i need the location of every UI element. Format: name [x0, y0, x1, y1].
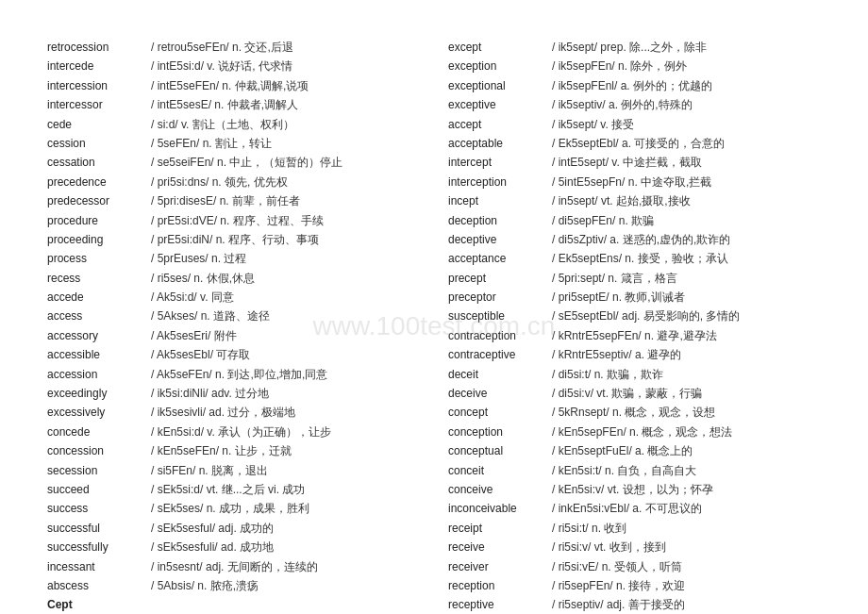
entry-word: exceedingly	[47, 384, 151, 403]
entry-word: precedence	[47, 173, 151, 191]
entry-word: intercede	[47, 57, 151, 75]
entry-definition: / 5kRnsept/ n. 概念，观念，设想	[552, 403, 821, 422]
list-item: succeed/ sEk5si:d/ vt. 继...之后 vi. 成功	[47, 480, 420, 499]
entry-definition: / kEn5septFuEl/ a. 概念上的	[552, 441, 821, 460]
entry-word: deception	[448, 211, 552, 230]
entry-word: predecessor	[47, 191, 151, 210]
entry-word: incessant	[47, 557, 151, 576]
entry-word: success	[47, 499, 151, 518]
list-item: deceive/ di5si:v/ vt. 欺骗，蒙蔽，行骗	[448, 384, 821, 403]
list-item: cede/ si:d/ v. 割让（土地、权利）	[47, 115, 420, 134]
left-column: retrocession/ retrou5seFEn/ n. 交还,后退inte…	[47, 38, 420, 614]
list-item: deceit/ di5si:t/ n. 欺骗，欺诈	[448, 365, 821, 384]
list-item: conceit/ kEn5si:t/ n. 自负，自高自大	[448, 461, 821, 480]
entry-word: contraception	[448, 326, 552, 345]
main-content: retrocession/ retrou5seFEn/ n. 交还,后退inte…	[47, 38, 821, 614]
list-item: precept/ 5pri:sept/ n. 箴言，格言	[448, 269, 821, 288]
entry-definition: / di5si:v/ vt. 欺骗，蒙蔽，行骗	[552, 384, 821, 403]
entry-definition: / ik5sesivli/ ad. 过分，极端地	[151, 403, 420, 422]
list-item: exception/ ik5sepFEn/ n. 除外，例外	[448, 57, 821, 75]
entry-definition: / sEk5sesful/ adj. 成功的	[151, 519, 420, 538]
list-item: incept/ in5sept/ vt. 起始,摄取,接收	[448, 191, 821, 210]
list-item: exceptive/ ik5septiv/ a. 例外的,特殊的	[448, 95, 821, 114]
entry-definition: / 5prEuses/ n. 过程	[151, 249, 420, 268]
entry-word: intercession	[47, 76, 151, 95]
entry-definition: / kRntrE5sepFEn/ n. 避孕,避孕法	[552, 326, 821, 345]
list-item: accept/ ik5sept/ v. 接受	[448, 115, 821, 134]
entry-word: procedure	[47, 211, 151, 230]
list-item: deception/ di5sepFEn/ n. 欺骗	[448, 211, 821, 230]
entry-word: intercessor	[47, 95, 151, 114]
entry-word: incept	[448, 191, 552, 210]
entry-definition: / Ek5septEns/ n. 接受，验收；承认	[552, 249, 821, 268]
list-item: contraceptive/ kRntrE5septiv/ a. 避孕的	[448, 345, 821, 364]
list-item: precedence/ pri5si:dns/ n. 领先, 优先权	[47, 173, 420, 191]
entry-word: receptive	[448, 595, 552, 614]
entry-definition: / prE5si:dVE/ n. 程序、过程、手续	[151, 211, 420, 230]
entry-word: intercept	[448, 153, 552, 172]
list-item: process/ 5prEuses/ n. 过程	[47, 249, 420, 268]
entry-word: conceit	[448, 461, 552, 480]
list-item: preceptor/ pri5septE/ n. 教师,训诫者	[448, 288, 821, 307]
entry-word: accession	[47, 365, 151, 384]
list-item: cession/ 5seFEn/ n. 割让，转让	[47, 134, 420, 153]
entry-definition: / kEn5sepFEn/ n. 概念，观念，想法	[552, 423, 821, 441]
entry-word: deceit	[448, 365, 552, 384]
entry-definition: / ik5sepFEn/ n. 除外，例外	[552, 57, 821, 75]
entry-word: cede	[47, 115, 151, 134]
entry-word: receiver	[448, 557, 552, 576]
entry-word: except	[448, 38, 552, 57]
entry-word: preceptor	[448, 288, 552, 307]
entry-word: excessively	[47, 403, 151, 422]
entry-definition: / Ak5sesEri/ 附件	[151, 326, 420, 345]
list-item: concede/ kEn5si:d/ v. 承认（为正确），让步	[47, 423, 420, 441]
entry-word: inconceivable	[448, 499, 552, 518]
entry-word: cession	[47, 134, 151, 153]
entry-definition: / ri5septiv/ adj. 善于接受的	[552, 595, 821, 614]
list-item: concept/ 5kRnsept/ n. 概念，观念，设想	[448, 403, 821, 422]
entry-definition: / intE5seFEn/ n. 仲裁,调解,说项	[151, 76, 420, 95]
entry-word: acceptance	[448, 249, 552, 268]
entry-definition: / 5pri:sept/ n. 箴言，格言	[552, 269, 821, 288]
entry-definition: / Ak5sesEbl/ 可存取	[151, 345, 420, 364]
list-item: reception/ ri5sepFEn/ n. 接待，欢迎	[448, 576, 821, 595]
entry-word: process	[47, 249, 151, 268]
entry-word: proceeding	[47, 230, 151, 249]
entry-word: accept	[448, 115, 552, 134]
entry-definition: / sEk5sesfuli/ ad. 成功地	[151, 538, 420, 556]
entry-definition: / kEn5seFEn/ n. 让步，迁就	[151, 441, 420, 460]
entry-word: retrocession	[47, 38, 151, 57]
list-item: abscess/ 5Absis/ n. 脓疮,溃疡	[47, 576, 420, 595]
entry-definition: / ik5sept/ prep. 除...之外，除非	[552, 38, 821, 57]
entry-definition: / kRntrE5septiv/ a. 避孕的	[552, 345, 821, 364]
entry-definition: / si:d/ v. 割让（土地、权利）	[151, 115, 420, 134]
entry-definition: / inkEn5si:vEbl/ a. 不可思议的	[552, 499, 821, 518]
entry-definition: / ri5sepFEn/ n. 接待，欢迎	[552, 576, 821, 595]
entry-word: successfully	[47, 538, 151, 556]
list-item: intercede/ intE5si:d/ v. 说好话, 代求情	[47, 57, 420, 75]
entry-word: Cept	[47, 595, 151, 614]
list-item: receipt/ ri5si:t/ n. 收到	[448, 519, 821, 538]
entry-definition: / intE5sept/ v. 中途拦截，截取	[552, 153, 821, 172]
entry-word: conceptual	[448, 441, 552, 460]
list-item: receive/ ri5si:v/ vt. 收到，接到	[448, 538, 821, 556]
entry-word: interception	[448, 173, 552, 191]
list-item: secession/ si5FEn/ n. 脱离，退出	[47, 461, 420, 480]
entry-word: accede	[47, 288, 151, 307]
list-item: excessively/ ik5sesivli/ ad. 过分，极端地	[47, 403, 420, 422]
entry-definition: / si5FEn/ n. 脱离，退出	[151, 461, 420, 480]
list-item: inconceivable/ inkEn5si:vEbl/ a. 不可思议的	[448, 499, 821, 518]
entry-definition: / kEn5si:d/ v. 承认（为正确），让步	[151, 423, 420, 441]
list-item: cessation/ se5seiFEn/ n. 中止，（短暂的）停止	[47, 153, 420, 172]
entry-word: acceptable	[448, 134, 552, 153]
entry-definition: / prE5si:diN/ n. 程序、行动、事项	[151, 230, 420, 249]
list-item: deceptive/ di5sZptiv/ a. 迷惑的,虚伪的,欺诈的	[448, 230, 821, 249]
list-item: recess/ ri5ses/ n. 休假,休息	[47, 269, 420, 288]
list-item: conceive/ kEn5si:v/ vt. 设想，以为；怀孕	[448, 480, 821, 499]
entry-definition: / sEk5si:d/ vt. 继...之后 vi. 成功	[151, 480, 420, 499]
entry-definition: / Ek5septEbl/ a. 可接受的，合意的	[552, 134, 821, 153]
list-item: receptive/ ri5septiv/ adj. 善于接受的	[448, 595, 821, 614]
entry-definition: / kEn5si:v/ vt. 设想，以为；怀孕	[552, 480, 821, 499]
entry-definition: / intE5sesE/ n. 仲裁者,调解人	[151, 95, 420, 114]
entry-word: receipt	[448, 519, 552, 538]
